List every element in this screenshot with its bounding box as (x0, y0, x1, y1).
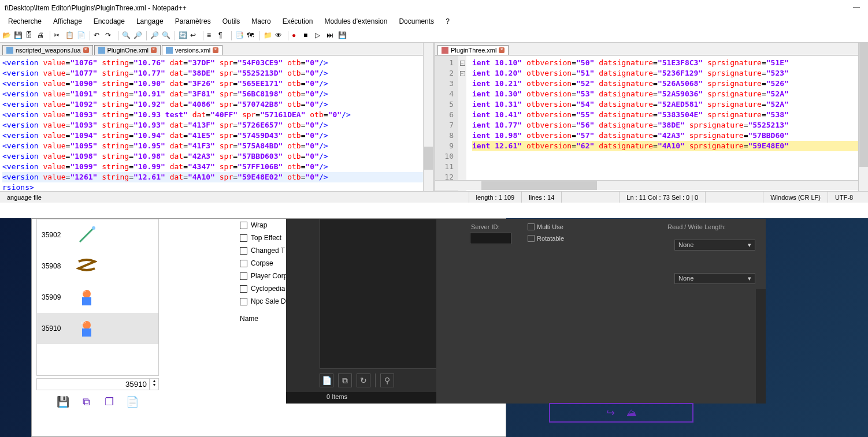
editor-split: nscripted_weapons.luaPluginOne.xmlversio… (0, 43, 868, 191)
menu-paramètres[interactable]: Paramètres (169, 16, 217, 29)
code-area-left[interactable]: <version value="1076" string="10.76" dat… (0, 55, 433, 191)
menu-langage[interactable]: Langage (131, 16, 169, 29)
tab-close-icon[interactable] (151, 47, 157, 53)
tab-nscripted_weapons.lua[interactable]: nscripted_weapons.lua (2, 45, 93, 55)
fold-minus-icon[interactable]: − (460, 61, 465, 66)
find-icon[interactable]: 🔍 (122, 31, 131, 40)
zoom-out-icon[interactable]: 🔍 (162, 31, 171, 40)
dropdown-2[interactable]: None▾ (674, 273, 755, 284)
dropdown-1[interactable]: None▾ (674, 240, 755, 251)
cut-icon[interactable]: ✂ (54, 31, 63, 40)
copy-item-icon[interactable]: ❐ (101, 395, 117, 409)
scrollbar-h-right[interactable] (435, 180, 858, 190)
multi-use-checkbox[interactable]: Multi Use (528, 223, 563, 230)
menu-outils[interactable]: Outils (217, 16, 246, 29)
record-icon[interactable]: ● (292, 31, 301, 40)
status-langfile: anguage file (0, 192, 49, 203)
rotatable-checkbox[interactable]: Rotatable (528, 235, 564, 242)
menu-encodage[interactable]: Encodage (88, 16, 131, 29)
tab-bar-left: nscripted_weapons.luaPluginOne.xmlversio… (0, 43, 433, 55)
menu-affichage[interactable]: Affichage (47, 16, 88, 29)
folder-icon[interactable]: 📁 (264, 31, 273, 40)
server-id-input[interactable] (470, 233, 511, 244)
editor-pane-right: PluginThree.xml 123456789101112 − − ient… (435, 43, 868, 191)
print-icon[interactable]: 🖨 (37, 31, 46, 40)
zoom-in-icon[interactable]: 🔎 (150, 31, 159, 40)
menu-macro[interactable]: Macro (246, 16, 276, 29)
new-sprite-icon[interactable]: 📄 (320, 373, 333, 387)
redo-icon[interactable]: ↷ (105, 31, 114, 40)
tab-versions.xml[interactable]: versions.xml (162, 45, 222, 55)
find-sprite-icon[interactable]: ⚲ (380, 373, 394, 387)
func-list-icon[interactable]: 📑 (235, 31, 244, 40)
item-id-input[interactable] (36, 378, 150, 390)
window-controls: — (845, 0, 868, 14)
status-length: length : 1 109 (469, 192, 522, 203)
fold-column[interactable]: − − (458, 55, 466, 191)
reload-sprite-icon[interactable]: ↻ (357, 373, 370, 387)
menu-documents[interactable]: Documents (393, 16, 440, 29)
item-id-spinner[interactable]: ▲▼ (150, 378, 159, 390)
new-item-icon[interactable]: 📄 (124, 395, 140, 409)
export-icon[interactable]: ↪ (606, 406, 615, 419)
sync-icon[interactable]: 🔄 (179, 31, 188, 40)
tab-close-icon[interactable] (499, 47, 505, 53)
copy-sprite-icon[interactable]: ⧉ (338, 373, 352, 387)
item-sprite: HP (76, 287, 97, 308)
rw-length-label: Read / Write Length: (667, 223, 726, 230)
fold-minus-icon[interactable]: − (460, 71, 465, 76)
menu-?[interactable]: ? (440, 16, 455, 29)
undo-icon[interactable]: ↶ (94, 31, 103, 40)
svg-text:HP: HP (81, 290, 86, 293)
monitor-icon[interactable]: 👁 (275, 31, 284, 40)
item-sprite (76, 256, 97, 277)
item-35910[interactable]: 35910HP (37, 313, 158, 344)
menu-recherche[interactable]: Recherche (2, 16, 47, 29)
status-bar: anguage file length : 1 109 lines : 14 L… (0, 191, 868, 203)
item-35908[interactable]: 35908 (37, 251, 158, 282)
save-item-icon[interactable]: 💾 (55, 395, 71, 409)
tab-PluginOne.xml[interactable]: PluginOne.xml (94, 45, 161, 55)
menu-modules d'extension[interactable]: Modules d'extension (318, 16, 393, 29)
tab-close-icon[interactable] (213, 47, 218, 53)
doc-map-icon[interactable]: 🗺 (247, 31, 256, 40)
sprite-tools: 📄 ⧉ ↻ ⚲ (320, 371, 394, 390)
copy-icon[interactable]: 📋 (65, 31, 75, 40)
wrap-icon[interactable]: ↩ (190, 31, 199, 40)
save-all-icon[interactable]: 🗄 (25, 31, 35, 40)
file-icon (6, 47, 13, 54)
image-icon[interactable]: ⛰ (626, 407, 637, 419)
item-list[interactable]: 359023590835909HP35910HP (36, 219, 159, 376)
scrollbar-v-right[interactable] (858, 43, 868, 191)
show-all-icon[interactable]: ¶ (218, 31, 228, 40)
scrollbar-attributes[interactable] (756, 289, 766, 404)
item-35909[interactable]: 35909HP (37, 282, 158, 313)
minimize-button[interactable]: — (845, 0, 868, 14)
scrollbar-v-left[interactable] (423, 43, 433, 191)
tab-close-icon[interactable] (83, 47, 89, 53)
open-icon[interactable]: 📂 (2, 31, 12, 40)
paste-icon[interactable]: 📄 (77, 31, 86, 40)
svg-line-0 (80, 228, 94, 242)
item-list-panel: 359023590835909HP35910HP ▲▼ 💾 ⧉ ❐ 📄 (36, 219, 159, 404)
file-icon (166, 47, 173, 54)
save-icon[interactable]: 💾 (14, 31, 23, 40)
file-icon (442, 47, 448, 54)
play-icon[interactable]: ▷ (315, 31, 324, 40)
code-area-right[interactable]: ient 10.10" otbversion="50" datsignature… (435, 55, 868, 151)
status-encoding: UTF-8 (828, 192, 868, 203)
item-35902[interactable]: 35902 (37, 219, 158, 251)
tab-bar-right: PluginThree.xml (435, 43, 868, 55)
stop-icon[interactable]: ■ (303, 31, 313, 40)
status-position: Ln : 11 Col : 73 Sel : 0 | 0 (619, 192, 705, 203)
item-sprite (76, 225, 97, 245)
status-lines: lines : 14 (521, 192, 561, 203)
status-eol: Windows (CR LF) (763, 192, 828, 203)
menu-exécution[interactable]: Exécution (277, 16, 319, 29)
play-multi-icon[interactable]: ⏭ (327, 31, 336, 40)
replace-icon[interactable]: 🔎 (133, 31, 143, 40)
tab-PluginThree.xml[interactable]: PluginThree.xml (437, 45, 509, 55)
indent-icon[interactable]: ≡ (207, 31, 216, 40)
duplicate-icon[interactable]: ⧉ (78, 395, 94, 409)
save-macro-icon[interactable]: 💾 (338, 31, 347, 40)
